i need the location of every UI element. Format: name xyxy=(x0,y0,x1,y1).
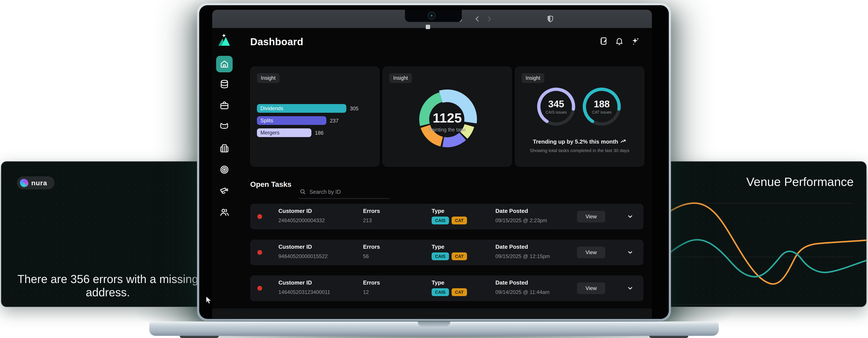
date-posted-cell: Date Posted09/15/2025 @ 12:15pm xyxy=(495,244,550,259)
type-badge-cat: CAT xyxy=(452,288,467,296)
insight-badge: Insight xyxy=(257,73,279,83)
type-cell: TypeCAISCAT xyxy=(432,244,470,260)
error-message: There are 356 errors with a missing addr… xyxy=(1,273,214,299)
task-row: Customer ID94640520000015522Errors56Type… xyxy=(250,240,643,265)
type-badge-cais: CAIS xyxy=(432,252,449,260)
errors-cell: Errors12 xyxy=(363,279,380,295)
camera-notch xyxy=(405,10,462,22)
sidebar-item-reports[interactable] xyxy=(220,144,229,153)
cat-icon xyxy=(220,122,229,132)
menubar-chip xyxy=(426,25,430,29)
lid-groove xyxy=(418,321,450,327)
bar-splits: Splits237 xyxy=(257,116,374,125)
date-posted-cell: Date Posted09/15/2025 @ 2:23pm xyxy=(495,208,547,224)
bar-value: 305 xyxy=(350,106,359,112)
errors-cell: Errors213 xyxy=(363,208,380,224)
type-badge-cat: CAT xyxy=(452,217,467,224)
sidebar-item-portfolio[interactable] xyxy=(220,101,229,110)
nura-brand-pill: nura xyxy=(17,176,55,190)
cat-issues-value: 188 xyxy=(578,99,626,109)
composition: nura 356 errors There are 356 errors wit… xyxy=(0,0,868,338)
trend-subtext: Showing total tasks completed in the las… xyxy=(515,148,644,153)
chevron-down-icon[interactable] xyxy=(627,285,633,291)
bar-value: 237 xyxy=(330,118,339,124)
sparkles-ai-icon[interactable] xyxy=(631,37,640,46)
home-icon xyxy=(220,59,229,68)
date-posted-cell: Date Posted09/14/2025 @ 11:44am xyxy=(495,279,550,295)
type-cell: TypeCAISCAT xyxy=(432,279,470,296)
back-icon[interactable] xyxy=(474,15,481,23)
app-logo xyxy=(217,33,232,48)
notes-edit-icon[interactable] xyxy=(599,37,608,46)
mouse-cursor xyxy=(206,296,213,305)
task-row: Customer ID2464052000004332Errors213Type… xyxy=(250,204,643,229)
donut-center: 1125 Painting the tape xyxy=(383,111,512,133)
brand-name: nura xyxy=(31,179,47,187)
search-input[interactable]: Search by ID xyxy=(299,187,390,199)
chevron-down-icon[interactable] xyxy=(627,249,633,256)
forward-icon[interactable] xyxy=(486,15,493,23)
bar-label: Mergers xyxy=(260,130,279,136)
sidebar-item-users[interactable] xyxy=(220,207,229,217)
type-badge-cais: CAIS xyxy=(432,288,449,296)
type-cell: TypeCAISCAT xyxy=(432,208,470,224)
database-icon xyxy=(220,80,229,89)
errors-cell: Errors56 xyxy=(363,244,380,259)
cais-issues-label: CAIS issues xyxy=(532,110,580,115)
gauge-text-cais: 345 CAIS issues xyxy=(532,99,580,115)
open-tasks-title: Open Tasks xyxy=(250,180,291,189)
customer-id-cell: Customer ID94640520000015522 xyxy=(278,244,328,259)
sidebar-item-targets[interactable] xyxy=(220,165,229,174)
insight-badge: Insight xyxy=(389,73,412,83)
laptop-base xyxy=(149,321,719,336)
sidebar-item-watchdog[interactable] xyxy=(220,122,229,132)
sidebar-item-surveillance[interactable] xyxy=(220,187,229,196)
users-icon xyxy=(220,207,229,217)
sidebar-item-data[interactable] xyxy=(220,80,229,89)
sidebar-item-home[interactable] xyxy=(216,56,232,72)
view-button[interactable]: View xyxy=(577,282,605,294)
webcam-icon xyxy=(428,11,436,20)
cctv-icon xyxy=(220,187,229,196)
briefcase-icon xyxy=(220,101,229,110)
screen-chin xyxy=(212,308,652,318)
donut-subtitle: Painting the tape xyxy=(383,127,512,133)
error-summary-card: nura 356 errors There are 356 errors wit… xyxy=(1,161,215,307)
type-badge-cais: CAIS xyxy=(432,217,449,224)
trending-up-icon xyxy=(620,139,626,145)
dashboard-app: Dashboard Insight Dividends305Splits237M… xyxy=(212,28,652,308)
task-row: Customer ID146405203123400011Errors12Typ… xyxy=(250,276,643,301)
bar-label: Dividends xyxy=(260,105,283,111)
target-icon xyxy=(220,165,229,174)
bell-icon[interactable] xyxy=(615,37,624,46)
laptop-foot xyxy=(649,336,688,338)
donut-total: 1125 xyxy=(383,111,512,125)
view-button[interactable]: View xyxy=(577,247,605,258)
page-title: Dashboard xyxy=(250,36,303,48)
nura-logo-icon xyxy=(19,178,29,188)
cais-issues-value: 345 xyxy=(532,99,580,109)
cat-issues-label: CAT issues xyxy=(578,110,626,115)
shield-privacy-icon[interactable] xyxy=(546,15,554,23)
bar-value: 186 xyxy=(315,130,323,136)
search-icon xyxy=(300,188,306,195)
bar-label: Splits xyxy=(260,117,273,123)
status-dot xyxy=(257,286,262,291)
type-badge-cat: CAT xyxy=(452,252,467,260)
search-placeholder: Search by ID xyxy=(309,189,341,195)
chevron-down-icon[interactable] xyxy=(627,213,633,220)
customer-id-cell: Customer ID2464052000004332 xyxy=(278,208,325,224)
laptop-foot xyxy=(180,336,219,338)
view-button[interactable]: View xyxy=(577,211,605,222)
bar-mergers: Mergers186 xyxy=(257,129,374,137)
gauge-text-cat: 188 CAT issues xyxy=(578,99,626,115)
insight-card-donut: Insight 1125 Painting the tape xyxy=(382,66,512,167)
insight-card-bars: Insight Dividends305Splits237Mergers186 xyxy=(250,66,379,167)
trend-text: Trending up by 5.2% this month xyxy=(515,138,644,145)
bar-dividends: Dividends305 xyxy=(257,104,374,113)
status-dot xyxy=(257,214,262,219)
status-dot xyxy=(257,250,262,255)
customer-id-cell: Customer ID146405203123400011 xyxy=(278,279,330,295)
insight-card-gauges: Insight 345 CAIS issues 188 CAT issues T… xyxy=(515,66,644,167)
browser-window: Dashboard Insight Dividends305Splits237M… xyxy=(212,10,652,308)
